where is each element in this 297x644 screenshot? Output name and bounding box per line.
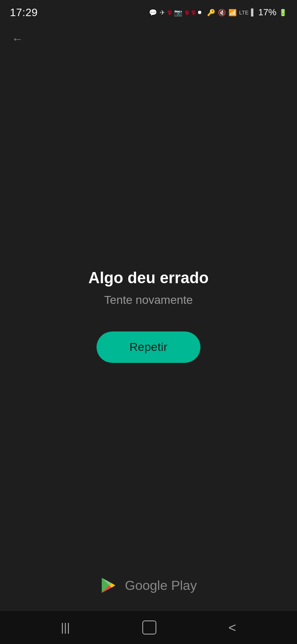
message-icon: 💬 bbox=[149, 9, 157, 17]
error-title: Algo deu errado bbox=[88, 269, 208, 287]
retry-button[interactable]: Repetir bbox=[97, 331, 200, 363]
battery-icon: 🔋 bbox=[279, 9, 287, 17]
telegram-icon: ✈ bbox=[160, 9, 165, 17]
recent-apps-button[interactable]: ||| bbox=[61, 621, 70, 634]
google-play-logo-icon bbox=[100, 576, 118, 594]
home-icon bbox=[142, 620, 156, 635]
pinterest-icon3: 𝕻 bbox=[191, 9, 196, 16]
status-icons-group: 💬 ✈ 𝕻 📷 𝕻 𝕻 🔑 🔇 📶 LTE ▌ 17% 🔋 bbox=[149, 7, 287, 18]
back-arrow-icon: ← bbox=[12, 33, 23, 46]
recent-apps-icon: ||| bbox=[61, 621, 70, 634]
wifi-icon: 📶 bbox=[229, 9, 237, 17]
pinterest-icon2: 𝕻 bbox=[185, 9, 189, 16]
instagram-icon: 📷 bbox=[174, 9, 182, 17]
notification-dot bbox=[198, 11, 201, 14]
back-button[interactable]: ← bbox=[8, 30, 26, 48]
bottom-navigation: ||| < bbox=[0, 611, 297, 644]
system-back-icon: < bbox=[229, 620, 236, 635]
lte-icon: LTE bbox=[239, 9, 249, 16]
main-content: Algo deu errado Tente novamente Repetir bbox=[0, 54, 297, 578]
google-play-label: Google Play bbox=[125, 578, 197, 593]
error-subtitle: Tente novamente bbox=[104, 294, 193, 307]
google-play-footer: Google Play bbox=[0, 576, 297, 594]
home-button[interactable] bbox=[142, 620, 156, 635]
pinterest-icon1: 𝕻 bbox=[167, 9, 172, 16]
navigation-bar: ← bbox=[0, 25, 297, 54]
status-time: 17:29 bbox=[10, 6, 38, 19]
system-back-button[interactable]: < bbox=[229, 620, 236, 635]
status-bar: 17:29 💬 ✈ 𝕻 📷 𝕻 𝕻 🔑 🔇 📶 LTE ▌ 17% 🔋 bbox=[0, 0, 297, 25]
battery-indicator: 17% bbox=[258, 7, 276, 18]
key-icon: 🔑 bbox=[207, 9, 215, 17]
mute-icon: 🔇 bbox=[218, 9, 226, 17]
signal-icon: ▌ bbox=[251, 9, 256, 16]
